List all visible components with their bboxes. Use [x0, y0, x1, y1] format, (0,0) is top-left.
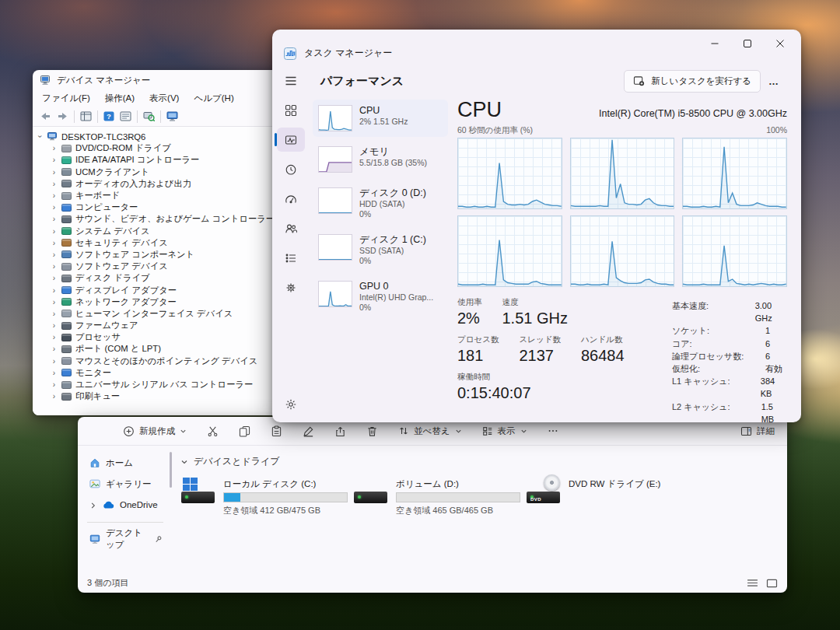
tree-item[interactable]: ›サウンド、ビデオ、およびゲーム コントローラー	[37, 213, 292, 225]
chevron-collapsed-icon[interactable]: ›	[51, 322, 58, 329]
chevron-collapsed-icon[interactable]: ›	[51, 358, 58, 365]
tree-item[interactable]: ›UCMクライアント	[37, 166, 292, 178]
chevron-collapsed-icon[interactable]: ›	[51, 263, 58, 270]
perf-item-GPU-0[interactable]: GPU 0Intel(R) UHD Grap...0%	[313, 275, 448, 318]
chevron-right-icon[interactable]	[89, 502, 96, 509]
tree-item[interactable]: ›ディスク ドライブ	[37, 272, 292, 284]
sidebar-scrollbar[interactable]	[170, 452, 172, 488]
sidebar-startup-apps-icon[interactable]	[277, 187, 305, 211]
scan-hardware-icon[interactable]	[143, 111, 155, 121]
tree-item[interactable]: ›ディスプレイ アダプター	[37, 284, 292, 296]
tree-item[interactable]: ›印刷キュー	[37, 390, 292, 402]
chevron-collapsed-icon[interactable]: ›	[51, 145, 58, 152]
tree-item[interactable]: ›ネットワーク アダプター	[37, 296, 292, 308]
logical-processor-graphs[interactable]	[457, 138, 787, 287]
chevron-collapsed-icon[interactable]: ›	[51, 192, 58, 199]
sidebar-app-history-icon[interactable]	[277, 157, 305, 181]
sidebar-item-OneDrive[interactable]: OneDrive	[87, 495, 165, 514]
chevron-collapsed-icon[interactable]: ›	[51, 381, 58, 388]
tree-item[interactable]: ›ポート (COM と LPT)	[37, 343, 292, 355]
tree-item[interactable]: ›DVD/CD-ROM ドライブ	[37, 142, 292, 154]
chevron-collapsed-icon[interactable]: ›	[51, 169, 58, 176]
sort-button[interactable]: 並べ替え	[398, 425, 462, 437]
tree-item[interactable]: ›セキュリティ デバイス	[37, 237, 292, 249]
chevron-collapsed-icon[interactable]: ›	[51, 334, 58, 341]
menu-item-0[interactable]: ファイル(F)	[42, 93, 90, 104]
remote-computer-icon[interactable]	[166, 111, 179, 121]
chevron-expanded-icon[interactable]: ›	[37, 133, 44, 140]
tree-item[interactable]: ›キーボード	[37, 190, 292, 201]
sidebar-performance-icon[interactable]	[277, 128, 305, 152]
tree-item[interactable]: ›IDE ATA/ATAPI コントローラー	[37, 154, 292, 166]
chevron-collapsed-icon[interactable]: ›	[51, 215, 58, 222]
tree-item[interactable]: ›ファームウェア	[37, 320, 292, 331]
devices-and-drives-section-header[interactable]: デバイスとドライブ	[180, 455, 779, 468]
help-icon[interactable]: ?	[103, 111, 114, 121]
tree-item[interactable]: ›ソフトウェア デバイス	[37, 261, 292, 272]
menu-item-1[interactable]: 操作(A)	[105, 93, 135, 104]
more-menu-icon[interactable]: …	[761, 75, 787, 87]
chevron-collapsed-icon[interactable]: ›	[51, 393, 58, 400]
device-manager-titlebar[interactable]: デバイス マネージャー	[33, 70, 292, 90]
view-button[interactable]: 表示	[482, 425, 527, 437]
chevron-collapsed-icon[interactable]: ›	[51, 310, 58, 317]
chevron-collapsed-icon[interactable]: ›	[51, 180, 58, 187]
tree-root-row[interactable]: ›DESKTOP-TLC3RQ6	[37, 131, 292, 142]
drive-item[interactable]: ローカル ディスク (C:)空き領域 412 GB/475 GB	[180, 478, 353, 516]
tree-item[interactable]: ›コンピューター	[37, 201, 292, 213]
delete-button[interactable]	[366, 425, 378, 437]
perf-item-ディスク-0-(D:)[interactable]: ディスク 0 (D:)HDD (SATA)0%	[313, 182, 448, 225]
forward-icon[interactable]	[57, 111, 68, 121]
perf-item-CPU[interactable]: CPU2% 1.51 GHz	[313, 100, 448, 137]
new-button[interactable]: 新規作成	[123, 425, 187, 437]
thumbnail-view-icon[interactable]	[766, 579, 778, 588]
tree-item[interactable]: ›ヒューマン インターフェイス デバイス	[37, 308, 292, 320]
list-view-icon[interactable]	[747, 579, 758, 587]
share-icon[interactable]	[334, 425, 346, 437]
maximize-icon[interactable]	[731, 32, 764, 55]
sidebar-splitter[interactable]	[166, 446, 174, 573]
sidebar-item-デスクトップ[interactable]: デスクトップ	[87, 530, 165, 548]
chevron-collapsed-icon[interactable]: ›	[51, 345, 58, 352]
chevron-collapsed-icon[interactable]: ›	[51, 156, 58, 163]
task-manager-titlebar[interactable]: タスク マネージャー	[272, 30, 801, 65]
cut-button[interactable]	[207, 425, 219, 437]
chevron-collapsed-icon[interactable]: ›	[51, 240, 58, 247]
details-pane-button[interactable]: 詳細	[740, 425, 775, 437]
sidebar-processes-icon[interactable]	[277, 98, 305, 122]
sidebar-item-ギャラリー[interactable]: ギャラリー	[87, 474, 165, 493]
tree-item[interactable]: ›ソフトウェア コンポーネント	[37, 249, 292, 261]
copy-button[interactable]	[239, 425, 250, 437]
sidebar-services-icon[interactable]	[277, 275, 305, 299]
tree-item[interactable]: ›オーディオの入力および出力	[37, 178, 292, 190]
console-tree-icon[interactable]	[80, 111, 92, 121]
chevron-collapsed-icon[interactable]: ›	[51, 287, 58, 294]
back-icon[interactable]	[40, 111, 51, 121]
tree-item[interactable]: ›マウスとそのほかのポインティング デバイス	[37, 355, 292, 367]
chevron-collapsed-icon[interactable]: ›	[51, 228, 58, 235]
tree-item[interactable]: ›モニター	[37, 367, 292, 379]
paste-button[interactable]	[271, 425, 282, 437]
minimize-icon[interactable]	[698, 32, 731, 55]
chevron-collapsed-icon[interactable]: ›	[51, 369, 58, 376]
tree-item[interactable]: ›システム デバイス	[37, 226, 292, 237]
drive-item[interactable]: ボリューム (D:)空き領域 465 GB/465 GB	[353, 478, 526, 516]
chevron-collapsed-icon[interactable]: ›	[51, 251, 58, 258]
menu-item-3[interactable]: ヘルプ(H)	[194, 93, 233, 104]
chevron-collapsed-icon[interactable]: ›	[51, 204, 58, 211]
tree-item[interactable]: ›ユニバーサル シリアル バス コントローラー	[37, 379, 292, 390]
properties-icon[interactable]	[120, 111, 131, 121]
sidebar-users-icon[interactable]	[277, 216, 305, 240]
chevron-collapsed-icon[interactable]: ›	[51, 299, 58, 306]
close-icon[interactable]	[764, 32, 796, 55]
chevron-collapsed-icon[interactable]: ›	[51, 275, 58, 282]
sidebar-details-icon[interactable]	[277, 246, 305, 270]
more-options-icon[interactable]	[548, 425, 558, 436]
hamburger-icon[interactable]	[277, 68, 305, 93]
settings-gear-icon[interactable]	[277, 392, 305, 416]
tree-item[interactable]: ›プロセッサ	[37, 331, 292, 343]
drive-item[interactable]: DVDDVD RW ドライブ (E:)	[526, 478, 697, 516]
run-new-task-button[interactable]: 新しいタスクを実行する	[624, 70, 761, 93]
rename-button[interactable]	[303, 425, 314, 437]
menu-item-2[interactable]: 表示(V)	[149, 93, 179, 104]
